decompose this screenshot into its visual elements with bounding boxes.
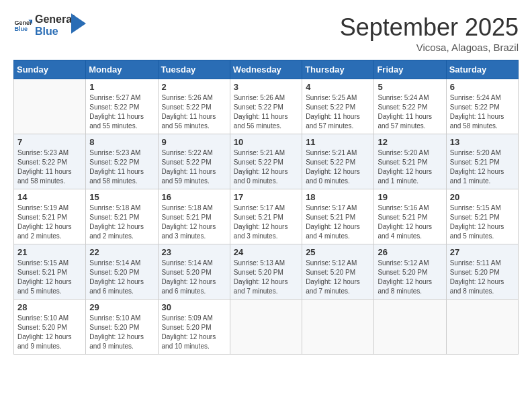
weekday-header-row: SundayMondayTuesdayWednesdayThursdayFrid…	[14, 60, 519, 79]
day-info: Sunrise: 5:14 AMSunset: 5:20 PMDaylight:…	[162, 259, 226, 296]
day-number: 26	[378, 247, 442, 257]
calendar-day-cell: 17Sunrise: 5:17 AMSunset: 5:21 PMDayligh…	[230, 189, 302, 244]
day-number: 6	[450, 82, 515, 92]
day-number: 18	[306, 192, 370, 202]
svg-text:Blue: Blue	[14, 26, 28, 32]
calendar-day-cell: 29Sunrise: 5:10 AMSunset: 5:20 PMDayligh…	[86, 300, 158, 355]
day-info: Sunrise: 5:26 AMSunset: 5:22 PMDaylight:…	[234, 93, 298, 131]
day-number: 11	[306, 137, 370, 147]
day-number: 14	[17, 192, 82, 202]
day-info: Sunrise: 5:21 AMSunset: 5:22 PMDaylight:…	[306, 148, 370, 186]
day-info: Sunrise: 5:23 AMSunset: 5:22 PMDaylight:…	[17, 148, 82, 186]
day-info: Sunrise: 5:24 AMSunset: 5:22 PMDaylight:…	[450, 93, 515, 131]
weekday-header-saturday: Saturday	[446, 60, 518, 79]
calendar-day-cell: 13Sunrise: 5:20 AMSunset: 5:21 PMDayligh…	[446, 134, 518, 189]
calendar-week-row: 21Sunrise: 5:15 AMSunset: 5:21 PMDayligh…	[14, 244, 519, 300]
day-number: 3	[234, 82, 298, 92]
calendar-day-cell: 19Sunrise: 5:16 AMSunset: 5:21 PMDayligh…	[374, 189, 446, 244]
calendar-day-cell: 4Sunrise: 5:25 AMSunset: 5:22 PMDaylight…	[302, 79, 374, 134]
day-number: 12	[378, 137, 442, 147]
day-number: 1	[89, 82, 154, 92]
calendar-day-cell: 8Sunrise: 5:23 AMSunset: 5:22 PMDaylight…	[86, 134, 158, 189]
day-number: 27	[450, 247, 515, 257]
day-info: Sunrise: 5:20 AMSunset: 5:21 PMDaylight:…	[450, 148, 515, 186]
day-number: 13	[450, 137, 515, 147]
calendar-day-cell: 5Sunrise: 5:24 AMSunset: 5:22 PMDaylight…	[374, 79, 446, 134]
calendar-day-cell: 3Sunrise: 5:26 AMSunset: 5:22 PMDaylight…	[230, 79, 302, 134]
calendar-day-cell: 1Sunrise: 5:27 AMSunset: 5:22 PMDaylight…	[86, 79, 158, 134]
day-number: 8	[89, 137, 154, 147]
day-info: Sunrise: 5:18 AMSunset: 5:21 PMDaylight:…	[162, 203, 226, 241]
day-info: Sunrise: 5:10 AMSunset: 5:20 PMDaylight:…	[17, 314, 82, 351]
day-number: 30	[162, 302, 226, 312]
day-info: Sunrise: 5:17 AMSunset: 5:21 PMDaylight:…	[306, 203, 370, 241]
logo-general: General	[35, 13, 75, 26]
calendar-day-cell: 25Sunrise: 5:12 AMSunset: 5:20 PMDayligh…	[302, 244, 374, 300]
month-year-title: September 2025	[340, 13, 519, 42]
calendar-day-cell: 10Sunrise: 5:21 AMSunset: 5:22 PMDayligh…	[230, 134, 302, 189]
calendar-day-cell	[374, 300, 446, 355]
day-number: 21	[17, 247, 82, 257]
weekday-header-wednesday: Wednesday	[230, 60, 302, 79]
calendar-day-cell: 26Sunrise: 5:12 AMSunset: 5:20 PMDayligh…	[374, 244, 446, 300]
day-number: 9	[162, 137, 226, 147]
day-info: Sunrise: 5:23 AMSunset: 5:22 PMDaylight:…	[89, 148, 154, 186]
day-info: Sunrise: 5:09 AMSunset: 5:20 PMDaylight:…	[162, 314, 226, 351]
day-info: Sunrise: 5:15 AMSunset: 5:21 PMDaylight:…	[450, 203, 515, 241]
calendar-day-cell: 28Sunrise: 5:10 AMSunset: 5:20 PMDayligh…	[14, 300, 86, 355]
weekday-header-sunday: Sunday	[14, 60, 86, 79]
day-info: Sunrise: 5:16 AMSunset: 5:21 PMDaylight:…	[378, 203, 442, 241]
day-info: Sunrise: 5:19 AMSunset: 5:21 PMDaylight:…	[17, 203, 82, 241]
day-number: 22	[89, 247, 154, 257]
calendar-day-cell	[230, 300, 302, 355]
day-info: Sunrise: 5:24 AMSunset: 5:22 PMDaylight:…	[378, 93, 442, 131]
day-number: 25	[306, 247, 370, 257]
calendar-day-cell: 18Sunrise: 5:17 AMSunset: 5:21 PMDayligh…	[302, 189, 374, 244]
day-info: Sunrise: 5:11 AMSunset: 5:20 PMDaylight:…	[450, 259, 515, 296]
day-info: Sunrise: 5:27 AMSunset: 5:22 PMDaylight:…	[89, 93, 154, 131]
calendar-day-cell: 21Sunrise: 5:15 AMSunset: 5:21 PMDayligh…	[14, 244, 86, 300]
weekday-header-friday: Friday	[374, 60, 446, 79]
day-number: 20	[450, 192, 515, 202]
calendar-day-cell: 20Sunrise: 5:15 AMSunset: 5:21 PMDayligh…	[446, 189, 518, 244]
day-info: Sunrise: 5:13 AMSunset: 5:20 PMDaylight:…	[234, 259, 298, 296]
day-info: Sunrise: 5:15 AMSunset: 5:21 PMDaylight:…	[17, 259, 82, 296]
day-info: Sunrise: 5:12 AMSunset: 5:20 PMDaylight:…	[378, 259, 442, 296]
calendar-day-cell: 27Sunrise: 5:11 AMSunset: 5:20 PMDayligh…	[446, 244, 518, 300]
calendar-day-cell	[302, 300, 374, 355]
location-subtitle: Vicosa, Alagoas, Brazil	[340, 42, 519, 53]
calendar-table: SundayMondayTuesdayWednesdayThursdayFrid…	[13, 60, 519, 355]
day-number: 24	[234, 247, 298, 257]
day-info: Sunrise: 5:22 AMSunset: 5:22 PMDaylight:…	[162, 148, 226, 186]
weekday-header-tuesday: Tuesday	[158, 60, 230, 79]
day-number: 2	[162, 82, 226, 92]
day-info: Sunrise: 5:25 AMSunset: 5:22 PMDaylight:…	[306, 93, 370, 131]
day-number: 15	[89, 192, 154, 202]
day-info: Sunrise: 5:12 AMSunset: 5:20 PMDaylight:…	[306, 259, 370, 296]
calendar-day-cell: 15Sunrise: 5:18 AMSunset: 5:21 PMDayligh…	[86, 189, 158, 244]
calendar-week-row: 14Sunrise: 5:19 AMSunset: 5:21 PMDayligh…	[14, 189, 519, 244]
day-number: 28	[17, 302, 82, 312]
day-info: Sunrise: 5:17 AMSunset: 5:21 PMDaylight:…	[234, 203, 298, 241]
day-info: Sunrise: 5:21 AMSunset: 5:22 PMDaylight:…	[234, 148, 298, 186]
day-number: 16	[162, 192, 226, 202]
day-info: Sunrise: 5:26 AMSunset: 5:22 PMDaylight:…	[162, 93, 226, 131]
day-number: 23	[162, 247, 226, 257]
calendar-day-cell: 6Sunrise: 5:24 AMSunset: 5:22 PMDaylight…	[446, 79, 518, 134]
day-number: 29	[89, 302, 154, 312]
calendar-day-cell: 30Sunrise: 5:09 AMSunset: 5:20 PMDayligh…	[158, 300, 230, 355]
weekday-header-thursday: Thursday	[302, 60, 374, 79]
day-number: 5	[378, 82, 442, 92]
day-number: 4	[306, 82, 370, 92]
calendar-day-cell: 2Sunrise: 5:26 AMSunset: 5:22 PMDaylight…	[158, 79, 230, 134]
day-info: Sunrise: 5:14 AMSunset: 5:20 PMDaylight:…	[89, 259, 154, 296]
calendar-day-cell: 16Sunrise: 5:18 AMSunset: 5:21 PMDayligh…	[158, 189, 230, 244]
weekday-header-monday: Monday	[86, 60, 158, 79]
svg-marker-4	[71, 13, 86, 34]
title-section: September 2025 Vicosa, Alagoas, Brazil	[340, 13, 519, 53]
calendar-day-cell: 14Sunrise: 5:19 AMSunset: 5:21 PMDayligh…	[14, 189, 86, 244]
calendar-day-cell: 12Sunrise: 5:20 AMSunset: 5:21 PMDayligh…	[374, 134, 446, 189]
day-number: 19	[378, 192, 442, 202]
calendar-day-cell: 24Sunrise: 5:13 AMSunset: 5:20 PMDayligh…	[230, 244, 302, 300]
logo: General Blue General Blue	[13, 13, 86, 37]
